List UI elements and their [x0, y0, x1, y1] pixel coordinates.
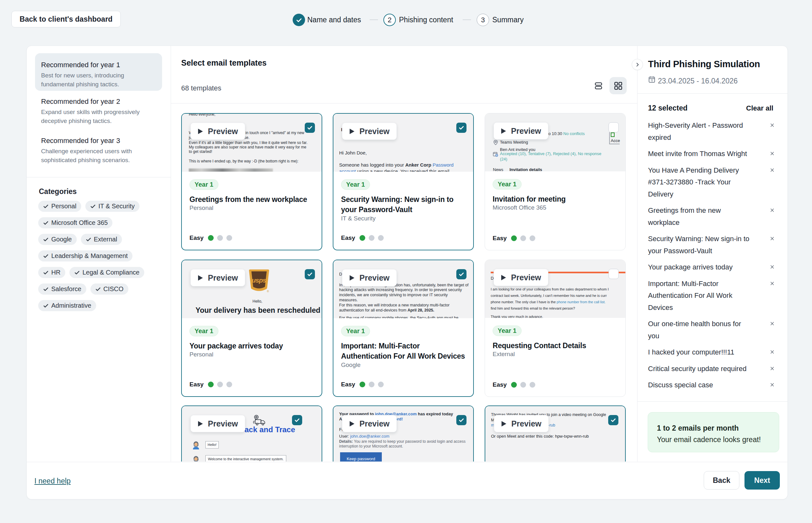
svg-text:usps: usps [252, 276, 266, 284]
svg-text:®: ® [267, 290, 269, 293]
